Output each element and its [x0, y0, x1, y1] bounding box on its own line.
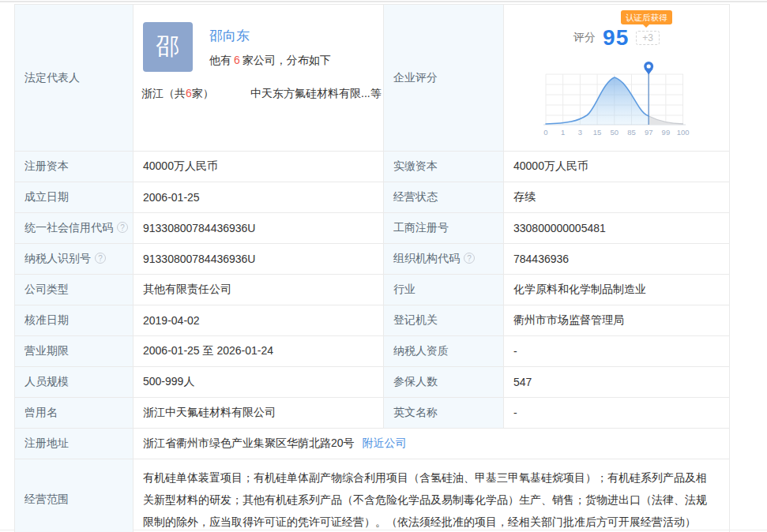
label-paid-in-capital: 实缴资本 — [384, 152, 504, 182]
label-insured-count: 参保人数 — [384, 367, 504, 398]
value-approval-date: 2019-04-02 — [133, 305, 384, 336]
table-row: 纳税人识别号? 91330800784436936U 组织机构代码? 78443… — [15, 244, 730, 275]
help-icon[interactable]: ? — [464, 253, 475, 264]
label-business-status: 经营状态 — [384, 182, 504, 213]
nearby-companies-link[interactable]: 附近公司 — [363, 436, 407, 449]
value-establish-date: 2006-01-25 — [133, 182, 384, 213]
region-count: 浙江（共6家） — [141, 87, 244, 101]
value-business-scope: 有机硅单体装置项目；有机硅单体副产物综合利用项目（含氢硅油、甲基三甲氧基硅烷项目… — [133, 459, 730, 532]
score-value: 95 — [603, 25, 629, 51]
company-count: 6 — [234, 54, 240, 66]
table-row: 曾用名 浙江中天氟硅材料有限公司 英文名称 - — [15, 398, 730, 429]
score-line: 评分 95 +3 — [504, 25, 729, 51]
top-divider — [0, 1, 767, 2]
svg-text:3: 3 — [578, 128, 582, 137]
enterprise-score-cell: 认证后获得 评分 95 +3 — [504, 5, 730, 152]
label-business-term: 营业期限 — [15, 336, 133, 367]
label-registration-number: 工商注册号 — [384, 213, 504, 244]
svg-text:99: 99 — [662, 128, 671, 137]
table-row: 注册资本 40000万人民币 实缴资本 40000万人民币 — [15, 152, 730, 182]
score-distribution-chart: 0 1 3 15 50 85 97 99 100 — [540, 60, 701, 140]
value-company-type: 其他有限责任公司 — [133, 275, 384, 305]
company-distribution: 浙江（共6家） 中天东方氟硅材料有限...等 — [141, 87, 383, 101]
value-registered-address: 浙江省衢州市绿色产业集聚区华荫北路20号附近公司 — [133, 429, 730, 459]
value-former-name: 浙江中天氟硅材料有限公司 — [133, 398, 384, 429]
label-establish-date: 成立日期 — [15, 182, 133, 213]
label-registered-address: 注册地址 — [15, 429, 133, 459]
value-taxpayer-qualification: - — [504, 336, 730, 367]
label-enterprise-score: 企业评分 — [384, 5, 504, 152]
table-row: 经营范围 有机硅单体装置项目；有机硅单体副产物综合利用项目（含氢硅油、甲基三甲氧… — [15, 459, 730, 532]
certify-badge[interactable]: 认证后获得 — [621, 10, 672, 24]
label-taxpayer-qualification: 纳税人资质 — [384, 336, 504, 367]
svg-text:85: 85 — [627, 128, 636, 137]
table-row: 公司类型 其他有限责任公司 行业 化学原料和化学制品制造业 — [15, 275, 730, 305]
svg-text:0: 0 — [543, 128, 547, 137]
svg-text:1: 1 — [561, 128, 565, 137]
label-registered-capital: 注册资本 — [15, 152, 133, 182]
score-delta-badge: +3 — [636, 31, 660, 45]
table-row: 统一社会信用代码? 91330800784436936U 工商注册号 33080… — [15, 213, 730, 244]
label-industry: 行业 — [384, 275, 504, 305]
value-english-name: - — [504, 398, 730, 429]
score-label: 评分 — [573, 31, 596, 45]
label-english-name: 英文名称 — [384, 398, 504, 429]
help-icon[interactable]: ? — [117, 222, 128, 233]
value-business-term: 2006-01-25 至 2026-01-24 — [133, 336, 384, 367]
label-credit-code: 统一社会信用代码? — [15, 213, 133, 244]
label-organization-code: 组织机构代码? — [384, 244, 504, 275]
company-info-page: 法定代表人 邵 邵向东 他有6家公司，分布如下 浙江（共6家） 中天东方氟硅材料… — [0, 0, 767, 532]
label-registration-authority: 登记机关 — [384, 305, 504, 336]
label-business-scope: 经营范围 — [15, 459, 133, 532]
owned-companies-summary: 他有6家公司，分布如下 — [209, 54, 331, 68]
value-credit-code: 91330800784436936U — [133, 213, 384, 244]
label-company-type: 公司类型 — [15, 275, 133, 305]
score-marker-pin — [644, 62, 653, 75]
value-industry: 化学原料和化学制品制造业 — [504, 275, 730, 305]
label-former-name: 曾用名 — [15, 398, 133, 429]
value-organization-code: 784436936 — [504, 244, 730, 275]
svg-text:50: 50 — [611, 128, 619, 137]
value-insured-count: 547 — [504, 367, 730, 398]
svg-text:100: 100 — [677, 128, 690, 137]
table-row: 成立日期 2006-01-25 经营状态 存续 — [15, 182, 730, 213]
label-taxpayer-id: 纳税人识别号? — [15, 244, 133, 275]
value-paid-in-capital: 40000万人民币 — [504, 152, 730, 182]
value-registered-capital: 40000万人民币 — [133, 152, 384, 182]
value-registration-number: 330800000005481 — [504, 213, 730, 244]
sample-company-name: 中天东方氟硅材料有限...等 — [250, 87, 382, 101]
table-row: 法定代表人 邵 邵向东 他有6家公司，分布如下 浙江（共6家） 中天东方氟硅材料… — [15, 5, 730, 152]
value-registration-authority: 衢州市市场监督管理局 — [504, 305, 730, 336]
legal-representative-cell: 邵 邵向东 他有6家公司，分布如下 浙江（共6家） 中天东方氟硅材料有限...等 — [133, 5, 384, 152]
value-business-status: 存续 — [504, 182, 730, 213]
svg-text:15: 15 — [593, 128, 602, 137]
value-taxpayer-id: 91330800784436936U — [133, 244, 384, 275]
help-icon[interactable]: ? — [95, 253, 106, 264]
label-approval-date: 核准日期 — [15, 305, 133, 336]
svg-text:97: 97 — [645, 128, 653, 137]
company-info-table: 法定代表人 邵 邵向东 他有6家公司，分布如下 浙江（共6家） 中天东方氟硅材料… — [14, 4, 730, 532]
label-legal-representative: 法定代表人 — [15, 5, 133, 152]
legal-representative-link[interactable]: 邵向东 — [209, 27, 250, 45]
label-staff-size: 人员规模 — [15, 367, 133, 398]
chart-axis-ticks: 0 1 3 15 50 85 97 99 100 — [543, 128, 689, 137]
value-staff-size: 500-999人 — [133, 367, 384, 398]
table-row: 注册地址 浙江省衢州市绿色产业集聚区华荫北路20号附近公司 — [15, 429, 730, 459]
table-row: 人员规模 500-999人 参保人数 547 — [15, 367, 730, 398]
table-row: 核准日期 2019-04-02 登记机关 衢州市市场监督管理局 — [15, 305, 730, 336]
table-row: 营业期限 2006-01-25 至 2026-01-24 纳税人资质 - — [15, 336, 730, 367]
avatar: 邵 — [143, 22, 193, 72]
